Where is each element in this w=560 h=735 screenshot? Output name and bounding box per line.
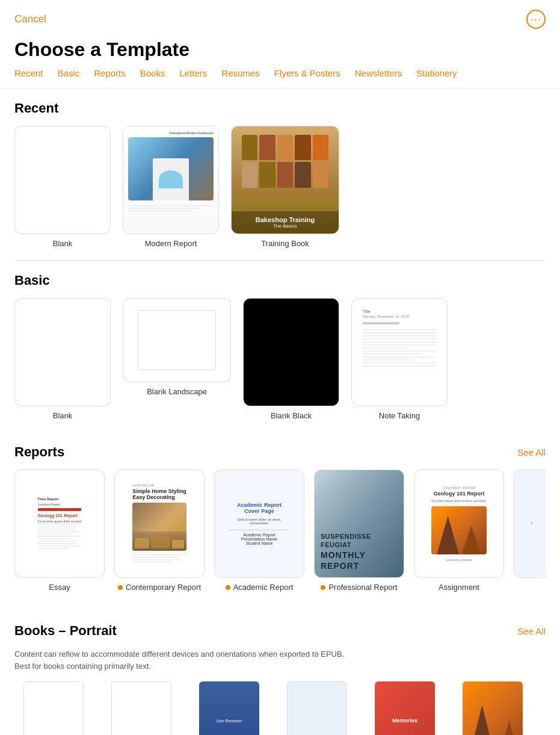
template-label-blank-basic: Blank bbox=[53, 411, 73, 420]
template-label-professional-report: Professional Report bbox=[321, 583, 397, 592]
recent-section: Recent Blank International Modern Archit… bbox=[0, 88, 560, 248]
template-item-training-book[interactable]: Bakeshop Training The Basics Training Bo… bbox=[231, 126, 339, 248]
book-thumb-4 bbox=[287, 681, 347, 735]
recent-section-title: Recent bbox=[14, 101, 58, 116]
template-label-note-taking: Note Taking bbox=[379, 411, 420, 420]
template-item-essay[interactable]: Time Report Literature Report Geology 10… bbox=[14, 470, 105, 592]
dot-indicator-professional bbox=[321, 585, 325, 590]
template-thumb-sixth-report: A bbox=[514, 470, 546, 578]
dot-indicator-academic bbox=[226, 585, 230, 590]
recent-template-grid: Blank International Modern Architecture … bbox=[14, 126, 546, 248]
template-item-academic-report[interactable]: Academic ReportCover Page Sed ut lorem d… bbox=[214, 470, 304, 592]
template-label-blank-recent: Blank bbox=[53, 239, 73, 248]
template-label-contemporary-report: Contemporary Report bbox=[118, 583, 201, 592]
template-item-sixth-report[interactable]: A bbox=[514, 470, 546, 592]
dot-indicator-contemporary bbox=[118, 585, 123, 590]
basic-section: Basic Blank Blank Landscape Blank Black … bbox=[0, 261, 560, 420]
book-thumb-memories: Memories bbox=[375, 681, 435, 735]
template-label-training-book: Training Book bbox=[261, 239, 309, 248]
nav-item-basic[interactable]: Basic bbox=[58, 68, 80, 81]
books-section-title: Books – Portrait bbox=[14, 623, 117, 639]
page-title: Choose a Template bbox=[0, 34, 560, 68]
template-thumb-academic-report: Academic ReportCover Page Sed ut lorem d… bbox=[214, 470, 304, 578]
books-see-all-button[interactable]: See All bbox=[517, 626, 546, 636]
book-item-blank1[interactable]: Blank bbox=[14, 681, 93, 735]
books-section-header: Books – Portrait See All bbox=[14, 623, 546, 639]
label-text-professional: Professional Report bbox=[328, 583, 397, 592]
nav-item-flyers[interactable]: Flyers & Posters bbox=[274, 68, 340, 81]
template-item-blank-recent[interactable]: Blank bbox=[14, 126, 111, 248]
template-item-modern-report[interactable]: International Modern Architecture Modern… bbox=[123, 126, 219, 248]
template-label-assignment: Assignment bbox=[438, 583, 479, 592]
book-thumb-blank1 bbox=[23, 681, 84, 735]
template-thumb-training-book: Bakeshop Training The Basics bbox=[231, 126, 339, 234]
assignment-visual: 1 Day Report - Fall 2019 Geology 101 Rep… bbox=[431, 486, 486, 562]
template-item-blank-black[interactable]: Blank Black bbox=[243, 298, 339, 420]
template-label-blank-black: Blank Black bbox=[271, 411, 312, 420]
cancel-button[interactable]: Cancel bbox=[14, 13, 46, 25]
memories-label-text: Memories bbox=[392, 718, 417, 724]
more-options-button[interactable]: ··· bbox=[526, 10, 546, 29]
essay-visual: Time Report Literature Report Geology 10… bbox=[38, 497, 82, 550]
books-description: Content can reflow to accommodate differ… bbox=[14, 648, 546, 672]
contemporary-visual: Lorem dolor edit Simple Home StylingEasy… bbox=[132, 483, 186, 564]
label-text-contemporary: Contemporary Report bbox=[126, 583, 201, 592]
category-nav: Recent Basic Reports Books Letters Resum… bbox=[0, 68, 560, 88]
template-thumb-contemporary-report: Lorem dolor edit Simple Home StylingEasy… bbox=[114, 470, 205, 578]
template-label-essay: Essay bbox=[49, 583, 70, 592]
reports-template-row: Time Report Literature Report Geology 10… bbox=[14, 470, 546, 597]
template-label-academic-report: Academic Report bbox=[226, 583, 294, 592]
template-item-professional-report[interactable]: SUSPENDISSE FEUGIAT MONTHLYREPORT Profes… bbox=[314, 470, 404, 592]
basic-section-header: Basic bbox=[14, 273, 546, 288]
book-item-canyon[interactable] bbox=[454, 681, 532, 735]
books-template-row: Blank Blank Une Remover Memories Memorie… bbox=[14, 681, 546, 735]
template-item-contemporary-report[interactable]: Lorem dolor edit Simple Home StylingEasy… bbox=[114, 470, 205, 592]
template-label-blank-landscape: Blank Landscape bbox=[147, 387, 207, 396]
nav-item-stationery[interactable]: Stationery bbox=[416, 68, 457, 81]
nav-item-resumes[interactable]: Resumes bbox=[221, 68, 259, 81]
reports-section-header: Reports See All bbox=[14, 444, 546, 460]
book-item-une-remover[interactable]: Une Remover bbox=[190, 681, 268, 735]
template-item-note-taking[interactable]: Title Monday, December 16, 2019 bbox=[351, 298, 448, 420]
reports-see-all-button[interactable]: See All bbox=[517, 447, 546, 457]
template-item-blank-landscape[interactable]: Blank Landscape bbox=[123, 298, 231, 420]
template-item-assignment[interactable]: 1 Day Report - Fall 2019 Geology 101 Rep… bbox=[414, 470, 504, 592]
template-thumb-blank-landscape bbox=[123, 298, 231, 382]
template-thumb-blank bbox=[14, 126, 111, 234]
modern-report-visual: International Modern Architecture bbox=[123, 126, 218, 234]
academic-visual: Academic ReportCover Page Sed ut lorem d… bbox=[222, 477, 297, 570]
reports-section: Reports See All Time Report Literature R… bbox=[0, 432, 560, 611]
template-item-blank-basic[interactable]: Blank bbox=[14, 298, 111, 420]
basic-section-title: Basic bbox=[14, 273, 50, 288]
basic-template-grid: Blank Blank Landscape Blank Black Title … bbox=[14, 298, 546, 420]
template-thumb-blank-basic bbox=[14, 298, 111, 406]
template-label-modern-report: Modern Report bbox=[145, 239, 197, 248]
nav-item-books[interactable]: Books bbox=[140, 68, 165, 81]
nav-item-newsletters[interactable]: Newsletters bbox=[355, 68, 402, 81]
template-thumb-blank-black bbox=[243, 298, 339, 406]
nav-item-letters[interactable]: Letters bbox=[179, 68, 207, 81]
template-thumb-essay: Time Report Literature Report Geology 10… bbox=[14, 470, 105, 578]
note-taking-visual: Title Monday, December 16, 2019 bbox=[358, 305, 441, 400]
book-thumb-canyon bbox=[463, 681, 523, 735]
label-text-academic: Academic Report bbox=[233, 583, 294, 592]
template-thumb-note-taking: Title Monday, December 16, 2019 bbox=[351, 298, 448, 406]
books-description-line2: Best for books containing primarily text… bbox=[14, 662, 151, 671]
book-item-blank2[interactable]: Blank bbox=[102, 681, 180, 735]
top-bar: Cancel ··· bbox=[0, 0, 560, 34]
nav-item-reports[interactable]: Reports bbox=[94, 68, 126, 81]
book-item-4[interactable] bbox=[278, 681, 356, 735]
une-remover-label: Une Remover bbox=[216, 719, 242, 723]
book-thumb-une-remover: Une Remover bbox=[199, 681, 259, 735]
building-image bbox=[128, 137, 214, 200]
book-item-memories[interactable]: Memories Memories bbox=[366, 681, 444, 735]
template-thumb-modern-report: International Modern Architecture bbox=[123, 126, 219, 234]
template-thumb-professional-report: SUSPENDISSE FEUGIAT MONTHLYREPORT bbox=[314, 470, 404, 578]
reports-section-title: Reports bbox=[14, 444, 64, 460]
recent-section-header: Recent bbox=[14, 101, 546, 116]
nav-item-recent[interactable]: Recent bbox=[14, 68, 43, 81]
books-section: Books – Portrait See All Content can ref… bbox=[0, 611, 560, 735]
template-thumb-assignment: 1 Day Report - Fall 2019 Geology 101 Rep… bbox=[414, 470, 504, 578]
books-description-line1: Content can reflow to accommodate differ… bbox=[14, 650, 344, 659]
book-thumb-blank2 bbox=[111, 681, 171, 735]
